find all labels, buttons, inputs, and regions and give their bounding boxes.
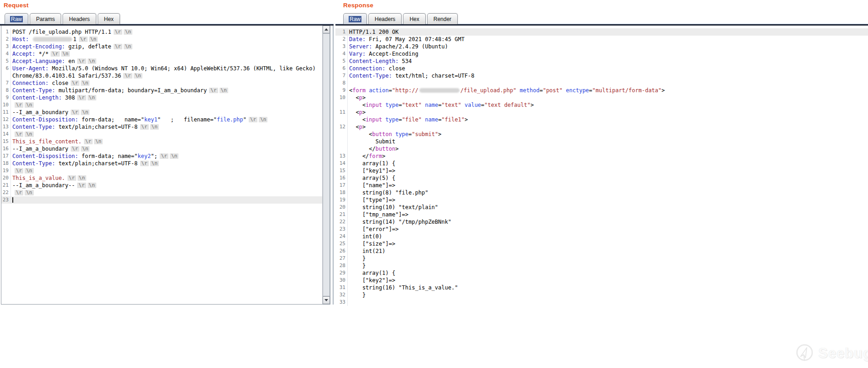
code-segment: action <box>369 87 388 94</box>
crlf-badge: \r <box>209 88 218 93</box>
crlf-badge: \r <box>140 124 149 130</box>
code-row: 29 array(1) { <box>335 269 868 277</box>
code-segment: This_is_file_content. <box>12 138 82 145</box>
response-editor[interactable]: 1HTTP/1.1 200 OK2Date: Fri, 07 May 2021 … <box>335 26 868 368</box>
tab-hex[interactable]: Hex <box>98 13 120 24</box>
code-row: 7Connection: close\r\n <box>1 79 330 87</box>
code-segment: type <box>385 116 398 123</box>
code-segment: > <box>662 87 665 94</box>
crlf-badge: \n <box>81 80 89 86</box>
code-text: <input type="file" name="file1"> <box>348 116 868 123</box>
tab-raw[interactable]: Raw <box>5 13 28 24</box>
tab-params[interactable]: Params <box>30 13 61 24</box>
line-number: 9 <box>1 94 11 101</box>
crlf-badge: \r <box>15 190 23 195</box>
panel-divider[interactable] <box>333 26 334 305</box>
code-row: 4Vary: Accept-Encoding <box>335 50 868 58</box>
code-segment: string(8) "file.php" <box>349 189 428 196</box>
crlf-badge: \r <box>140 161 149 166</box>
code-text: Connection: close <box>348 65 868 72</box>
tab-headers[interactable]: Headers <box>63 13 96 24</box>
code-segment: int(0) <box>349 233 382 240</box>
code-text: --I_am_a_boundary--\r\n <box>11 182 330 189</box>
code-segment: HTTP/1.1 200 OK <box>349 29 398 35</box>
line-number: 28 <box>335 262 348 269</box>
code-segment: p <box>359 124 362 130</box>
code-segment: key1 <box>144 116 157 123</box>
code-segment: " ; filename=" <box>157 116 217 123</box>
crlf-badge: \n <box>61 51 70 57</box>
code-segment: p <box>359 109 362 116</box>
code-segment: name <box>425 116 438 123</box>
code-segment <box>517 87 520 94</box>
code-segment: = <box>589 87 592 94</box>
code-text: </form> <box>348 152 868 160</box>
code-text: Host: 1\r\n <box>11 36 330 43</box>
code-row: 16 array(5) { <box>335 174 868 182</box>
line-number <box>335 145 348 152</box>
code-text: This_is_a_value.\r\n <box>11 174 330 182</box>
crlf-badge: \n <box>88 183 96 188</box>
tab-render[interactable]: Render <box>427 13 458 24</box>
line-number: 13 <box>1 123 11 131</box>
arrow-down-icon <box>324 299 328 301</box>
code-text: ["error"]=> <box>348 226 868 233</box>
tab-headers[interactable]: Headers <box>368 13 402 24</box>
code-segment: < <box>349 95 359 101</box>
code-text: \r\n <box>11 131 330 138</box>
crlf-badge: \n <box>124 44 132 49</box>
code-text: \r\n <box>11 167 330 174</box>
code-segment: array(5) { <box>349 175 395 181</box>
line-number: 10 <box>335 94 348 101</box>
code-segment: form <box>352 87 366 94</box>
crlf-badge: \r <box>114 44 122 49</box>
code-text: string(8) "file.php" <box>348 189 868 196</box>
code-row: 15This_is_file_content.\r\n <box>1 138 330 145</box>
line-number: 7 <box>1 79 11 87</box>
tab-label: Render <box>433 16 452 22</box>
code-text: HTTP/1.1 200 OK <box>348 28 868 36</box>
code-segment: } <box>349 255 366 262</box>
crlf-badge: \n <box>81 110 89 115</box>
line-number: 5 <box>1 58 11 65</box>
tab-raw[interactable]: Raw <box>343 13 367 24</box>
line-number: 26 <box>335 247 348 255</box>
crlf-badge: \r <box>71 80 79 86</box>
scroll-up-button[interactable] <box>323 26 330 33</box>
code-segment: method <box>520 87 539 94</box>
code-row: 6Connection: close <box>335 65 868 72</box>
scrollbar-thumb[interactable] <box>323 33 330 296</box>
line-number: 7 <box>335 72 348 79</box>
line-number: 19 <box>335 196 348 204</box>
crlf-badge: \r <box>15 102 23 108</box>
line-number: 27 <box>335 255 348 262</box>
tab-hex[interactable]: Hex <box>403 13 425 24</box>
crlf-badge: \n <box>81 146 89 152</box>
code-text <box>348 79 868 87</box>
code-segment: Fri, 07 May 2021 07:48:45 GMT <box>366 36 465 42</box>
crlf-badge: \r <box>249 117 257 122</box>
code-text: ["size"]=> <box>348 240 868 247</box>
scroll-down-button[interactable] <box>323 296 330 304</box>
code-row: <input type="file" name="file1"> <box>335 116 868 123</box>
code-segment: value <box>465 102 481 108</box>
code-segment: > <box>362 95 366 101</box>
line-number: 12 <box>1 116 11 123</box>
line-number: 18 <box>335 189 348 196</box>
code-text: Content-Type: multipart/form-data; bound… <box>11 87 330 94</box>
tab-label: Hex <box>103 16 115 22</box>
request-editor[interactable]: 1POST /file_upload.php HTTP/1.1\r\n2Host… <box>1 26 330 305</box>
code-text: ["name"]=> <box>348 182 868 189</box>
code-text: string(10) "text/plain" <box>348 204 868 211</box>
code-text: \r\n <box>11 189 330 196</box>
code-row: 3Accept-Encoding: gzip, deflate\r\n <box>1 43 330 50</box>
code-segment: Server: <box>349 43 372 50</box>
line-number: 18 <box>1 160 11 167</box>
line-number: 2 <box>335 36 348 43</box>
code-segment: "submit" <box>412 131 438 137</box>
text-caret <box>12 197 13 203</box>
code-segment: gzip, deflate <box>65 43 111 50</box>
request-scrollbar[interactable] <box>322 26 330 304</box>
arrow-up-icon <box>324 28 328 31</box>
code-row: 30 ["key2"]=> <box>335 277 868 284</box>
